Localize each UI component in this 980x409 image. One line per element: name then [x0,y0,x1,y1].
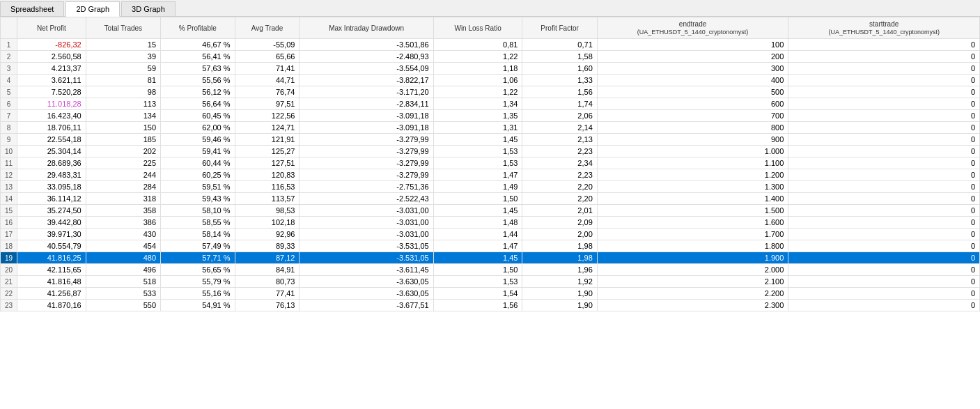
row-number: 4 [1,75,17,86]
table-row[interactable]: 716.423,4013460,45 %122,56-3.091,181,352… [1,110,980,122]
cell-total-trades: 386 [86,217,160,229]
cell-win-loss-ratio: 1,50 [433,264,522,276]
col-header-win-loss[interactable]: Win Loss Ratio [433,17,522,39]
cell-starttrade: 0 [788,51,980,63]
table-row[interactable]: 818.706,1115062,00 %124,71-3.091,181,312… [1,122,980,134]
cell-profit-factor: 2,23 [522,169,597,181]
cell-avg-trade: 77,41 [235,288,300,300]
cell-total-trades: 496 [86,264,160,276]
col-header-pct-profitable[interactable]: % Profitable [161,17,235,39]
table-row[interactable]: 43.621,118155,56 %44,71-3.822,171,061,33… [1,75,980,86]
cell-pct-profitable: 56,12 % [161,86,235,98]
cell-net-profit: 7.520,28 [17,86,86,98]
cell-avg-trade: 92,96 [235,229,300,240]
col-header-avg-trade[interactable]: Avg Trade [235,17,300,39]
table-row[interactable]: 922.554,1818559,46 %121,91-3.279,991,452… [1,134,980,146]
table-row[interactable]: 34.213,375957,63 %71,41-3.554,091,181,60… [1,63,980,75]
cell-avg-trade: 87,12 [235,252,300,264]
cell-pct-profitable: 60,25 % [161,169,235,181]
tab-2d-graph[interactable]: 2D Graph [65,1,120,17]
table-row[interactable]: 1436.114,1231859,43 %113,57-2.522,431,50… [1,193,980,205]
cell-max-drawdown: -3.630,05 [300,288,433,300]
cell-avg-trade: 125,27 [235,146,300,157]
col-header-net-profit[interactable]: Net Profit [17,17,86,39]
cell-net-profit: 3.621,11 [17,75,86,86]
cell-net-profit: 41.816,25 [17,252,86,264]
cell-starttrade: 0 [788,240,980,252]
cell-total-trades: 113 [86,98,160,110]
cell-avg-trade: 89,33 [235,240,300,252]
tab-spreadsheet[interactable]: Spreadsheet [0,1,64,16]
cell-endtrade: 800 [597,122,788,134]
table-row[interactable]: 22.560,583956,41 %65,66-2.480,931,221,58… [1,51,980,63]
table-row[interactable]: 1333.095,1828459,51 %116,53-2.751,361,49… [1,181,980,193]
table-row[interactable]: 1639.442,8038658,55 %102,18-3.031,001,48… [1,217,980,229]
cell-net-profit: -826,32 [17,39,86,51]
cell-profit-factor: 1,96 [522,264,597,276]
row-number: 12 [1,169,17,181]
cell-endtrade: 600 [597,98,788,110]
col-header-profit-factor[interactable]: Profit Factor [522,17,597,39]
cell-win-loss-ratio: 1,48 [433,217,522,229]
cell-avg-trade: 120,83 [235,169,300,181]
cell-avg-trade: 76,74 [235,86,300,98]
cell-max-drawdown: -2.480,93 [300,51,433,63]
table-row[interactable]: 57.520,289856,12 %76,74-3.171,201,221,56… [1,86,980,98]
col-header-starttrade[interactable]: starttrade(UA_ETHUSDT_5_1440_cryptonomys… [788,17,980,39]
cell-endtrade: 700 [597,110,788,122]
cell-endtrade: 100 [597,39,788,51]
col-header-total-trades[interactable]: Total Trades [86,17,160,39]
table-row[interactable]: 2042.115,6549656,65 %84,91-3.611,451,501… [1,264,980,276]
cell-profit-factor: 2,13 [522,134,597,146]
cell-starttrade: 0 [788,252,980,264]
table-row[interactable]: 1025.304,1420259,41 %125,27-3.279,991,53… [1,146,980,157]
cell-profit-factor: 2,20 [522,181,597,193]
cell-total-trades: 39 [86,51,160,63]
cell-win-loss-ratio: 1,53 [433,276,522,288]
cell-max-drawdown: -3.279,99 [300,134,433,146]
table-body: 1-826,321546,67 %-55,09-3.501,860,810,71… [1,39,980,311]
cell-max-drawdown: -3.031,00 [300,217,433,229]
cell-avg-trade: 127,51 [235,157,300,169]
cell-net-profit: 4.213,37 [17,63,86,75]
table-row[interactable]: 2141.816,4851855,79 %80,73-3.630,051,531… [1,276,980,288]
table-row[interactable]: 611.018,2811356,64 %97,51-2.834,111,341,… [1,98,980,110]
cell-net-profit: 28.689,36 [17,157,86,169]
row-number: 8 [1,122,17,134]
cell-total-trades: 244 [86,169,160,181]
row-number: 5 [1,86,17,98]
cell-max-drawdown: -2.834,11 [300,98,433,110]
cell-avg-trade: 121,91 [235,134,300,146]
table-row[interactable]: 1840.554,7945457,49 %89,33-3.531,051,471… [1,240,980,252]
col-header-endtrade[interactable]: endtrade(UA_ETHUSDT_5_1440_cryptonomyst) [597,17,788,39]
table-row[interactable]: 1739.971,3043058,14 %92,96-3.031,001,442… [1,229,980,240]
table-row[interactable]: 1229.483,3124460,25 %120,83-3.279,991,47… [1,169,980,181]
cell-avg-trade: 122,56 [235,110,300,122]
row-number: 21 [1,276,17,288]
cell-max-drawdown: -3.031,00 [300,229,433,240]
table-row[interactable]: 1535.274,5035858,10 %98,53-3.031,001,452… [1,205,980,217]
cell-avg-trade: 76,13 [235,300,300,311]
cell-total-trades: 358 [86,205,160,217]
table-row[interactable]: 1128.689,3622560,44 %127,51-3.279,991,53… [1,157,980,169]
cell-win-loss-ratio: 1,53 [433,146,522,157]
cell-max-drawdown: -3.279,99 [300,169,433,181]
cell-starttrade: 0 [788,86,980,98]
tab-3d-graph[interactable]: 3D Graph [121,1,176,16]
cell-avg-trade: -55,09 [235,39,300,51]
cell-avg-trade: 65,66 [235,51,300,63]
cell-profit-factor: 1,98 [522,252,597,264]
cell-starttrade: 0 [788,134,980,146]
cell-starttrade: 0 [788,157,980,169]
table-row[interactable]: 2341.870,1655054,91 %76,13-3.677,511,561… [1,300,980,311]
cell-total-trades: 150 [86,122,160,134]
table-row[interactable]: 1941.816,2548057,71 %87,12-3.531,051,451… [1,252,980,264]
cell-endtrade: 1.400 [597,193,788,205]
cell-endtrade: 2.200 [597,288,788,300]
cell-net-profit: 2.560,58 [17,51,86,63]
cell-total-trades: 185 [86,134,160,146]
col-header-max-drawdown[interactable]: Max Intraday Drawdown [300,17,433,39]
table-row[interactable]: 2241.256,8753355,16 %77,41-3.630,051,541… [1,288,980,300]
table-row[interactable]: 1-826,321546,67 %-55,09-3.501,860,810,71… [1,39,980,51]
cell-pct-profitable: 55,16 % [161,288,235,300]
